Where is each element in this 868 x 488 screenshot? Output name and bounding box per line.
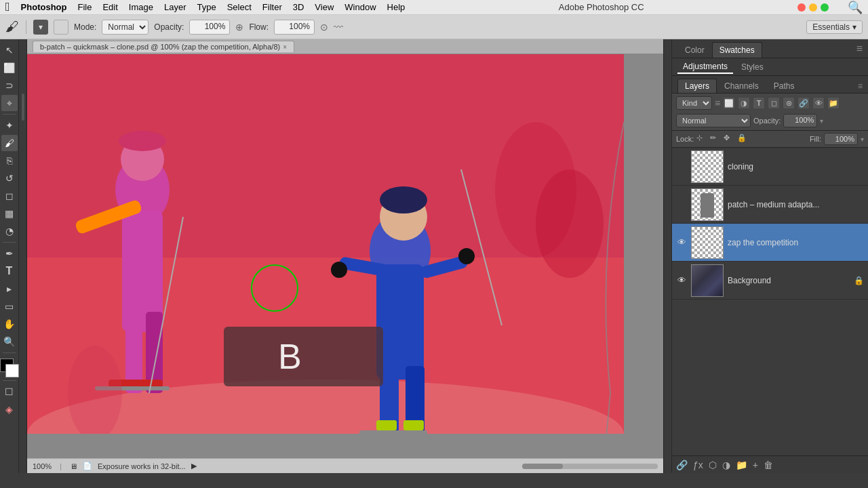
layers-panel-options-icon[interactable]: ≡ — [858, 81, 863, 93]
lock-all-icon[interactable]: 🔒 — [737, 134, 748, 144]
mode-select[interactable]: Normal — [102, 20, 149, 35]
menu-view[interactable]: View — [315, 2, 334, 12]
menu-window[interactable]: Window — [344, 2, 376, 12]
marquee-tool[interactable]: ⬜ — [1, 60, 18, 76]
search-icon[interactable]: 🔍 — [848, 0, 863, 15]
clone-stamp-tool[interactable]: ⎘ — [1, 152, 18, 169]
close-window-btn[interactable] — [797, 3, 806, 12]
filter-adjustment-icon[interactable]: ◑ — [738, 97, 750, 109]
color-swatch[interactable] — [0, 359, 19, 378]
fill-input[interactable]: 100% — [824, 133, 858, 145]
menu-image[interactable]: Image — [129, 2, 153, 12]
dodge-tool[interactable]: ◔ — [1, 223, 18, 239]
brush-tool[interactable]: 🖌 — [1, 135, 18, 151]
pen-tool[interactable]: ✒ — [1, 245, 18, 262]
opacity-stepper-icon[interactable]: ▾ — [820, 117, 823, 125]
filter-pixel-icon[interactable]: ⬜ — [723, 97, 735, 109]
menu-3d[interactable]: 3D — [293, 2, 304, 12]
lasso-tool[interactable]: ⊃ — [1, 77, 18, 94]
menu-file[interactable]: File — [77, 2, 92, 12]
spot-healing-tool[interactable]: ✦ — [1, 117, 18, 134]
menu-type[interactable]: Type — [197, 2, 216, 12]
essentials-button[interactable]: Essentials ▾ — [806, 20, 863, 34]
opacity-input[interactable]: 100% — [783, 114, 817, 127]
opacity-value[interactable]: 100% — [189, 20, 230, 35]
filter-smartobj-icon[interactable]: ⊛ — [783, 97, 795, 109]
layer-item-background[interactable]: 👁 Background 🔒 — [672, 262, 868, 300]
standard-mode-btn[interactable]: ☐ — [1, 384, 18, 400]
canvas-image[interactable]: B — [27, 54, 624, 434]
zoom-tool[interactable]: 🔍 — [1, 333, 18, 350]
layer-visibility-patch[interactable] — [676, 199, 687, 210]
menu-edit[interactable]: Edit — [102, 2, 117, 12]
brush-size-preview[interactable] — [54, 20, 68, 35]
filter-kind-select[interactable]: Kind — [676, 96, 712, 110]
gradient-tool[interactable]: ▦ — [1, 205, 18, 222]
add-style-icon[interactable]: ƒx — [693, 460, 703, 470]
tab-color[interactable]: Color — [677, 42, 712, 58]
status-icon-2: 📄 — [83, 462, 92, 470]
scrollbar-thumb[interactable] — [522, 464, 563, 469]
smoothing-icon[interactable]: 〰 — [334, 22, 343, 33]
status-arrow[interactable]: ▶ — [191, 462, 197, 470]
tab-layers[interactable]: Layers — [677, 79, 717, 93]
visibility-icon[interactable]: 👁 — [812, 97, 825, 109]
tab-paths[interactable]: Paths — [766, 79, 802, 93]
layer-visibility-cloning[interactable] — [676, 161, 687, 172]
menu-help[interactable]: Help — [387, 2, 406, 12]
menu-filter[interactable]: Filter — [262, 2, 282, 12]
apple-menu[interactable]:  — [5, 0, 10, 14]
delete-layer-icon[interactable]: 🗑 — [764, 460, 773, 470]
brush-tool-icon[interactable]: 🖌 — [5, 19, 19, 35]
move-tool[interactable]: ↖ — [1, 42, 18, 58]
new-layer-icon[interactable]: + — [753, 460, 758, 470]
history-brush-tool[interactable]: ↺ — [1, 170, 18, 186]
hand-tool[interactable]: ✋ — [1, 316, 18, 332]
brush-presets-btn[interactable]: ▾ — [33, 20, 48, 35]
document-tab[interactable]: b-patch – quickmask – clone.psd @ 100% (… — [33, 41, 294, 52]
tab-swatches[interactable]: Swatches — [712, 42, 762, 58]
eraser-tool[interactable]: ◻ — [1, 188, 18, 204]
flow-value[interactable]: 100% — [274, 20, 315, 35]
layer-visibility-zap[interactable]: 👁 — [676, 237, 687, 248]
minimize-window-btn[interactable] — [809, 3, 817, 12]
tab-channels[interactable]: Channels — [717, 79, 766, 93]
link-icon[interactable]: 🔗 — [797, 97, 810, 109]
canvas-area[interactable]: b-patch – quickmask – clone.psd @ 100% (… — [27, 39, 663, 473]
layer-item-zap[interactable]: 👁 zap the competition — [672, 224, 868, 262]
layer-item-cloning[interactable]: cloning — [672, 148, 868, 186]
blend-mode-select[interactable]: Normal — [676, 114, 751, 127]
fullscreen-window-btn[interactable] — [821, 3, 829, 12]
panel-options-icon[interactable]: ≡ — [856, 43, 863, 58]
airbrush-icon[interactable]: ⊕ — [235, 22, 243, 33]
filter-type-icon[interactable]: T — [753, 97, 765, 109]
quickmask-mode-btn[interactable]: ◈ — [1, 401, 18, 418]
canvas-wrapper[interactable]: B — [27, 54, 663, 458]
tab-styles[interactable]: Styles — [736, 61, 769, 73]
status-divider-1: | — [60, 462, 62, 470]
status-info: Exposure works in 32-bit... — [98, 462, 186, 470]
group-icon[interactable]: 📁 — [827, 97, 840, 109]
lock-pixels-icon[interactable]: ✏ — [710, 134, 721, 144]
tab-adjustments[interactable]: Adjustments — [677, 60, 733, 74]
add-mask-icon[interactable]: ⬡ — [709, 460, 717, 470]
filter-shape-icon[interactable]: ◻ — [768, 97, 780, 109]
new-adjustment-icon[interactable]: ◑ — [722, 460, 730, 470]
lock-position-icon[interactable]: ⊹ — [696, 134, 707, 144]
horizontal-scrollbar[interactable] — [522, 464, 658, 469]
layer-item-patch[interactable]: patch – medium adapta... — [672, 186, 868, 224]
close-tab-icon[interactable]: × — [283, 43, 287, 51]
menu-select[interactable]: Select — [227, 2, 252, 12]
fill-stepper-icon[interactable]: ▾ — [861, 136, 864, 143]
new-group-icon[interactable]: 📁 — [736, 460, 747, 470]
lock-move-icon[interactable]: ✥ — [724, 134, 734, 144]
link-layers-icon[interactable]: 🔗 — [676, 460, 688, 470]
type-tool[interactable]: T — [1, 263, 18, 279]
shape-tool[interactable]: ▭ — [1, 298, 18, 314]
menu-layer[interactable]: Layer — [164, 2, 186, 12]
path-selection-tool[interactable]: ▸ — [1, 281, 18, 297]
window-title: Adobe Photoshop CC — [416, 2, 787, 12]
tablet-pressure-icon[interactable]: ⊙ — [320, 22, 328, 33]
layer-visibility-background[interactable]: 👁 — [676, 275, 687, 286]
crop-tool[interactable]: ⌖ — [1, 95, 18, 111]
